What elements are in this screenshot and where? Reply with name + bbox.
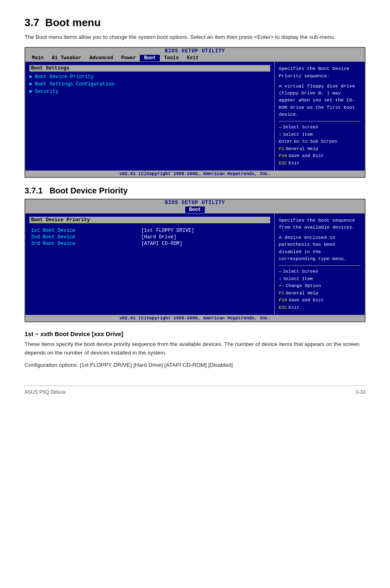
bios-footer-2: v02.61 (C)Copyright 1985-2008, American … [25,315,365,321]
bios-menubar: Main Ai Tweaker Advanced Power Boot Tool… [25,54,365,62]
footer-rule [25,386,365,386]
menu-advanced: Advanced [85,55,117,61]
boot-settings-label: Boot Settings [29,65,270,72]
security-label: Security [35,89,58,94]
right-text2: A virtual floppy disk drive (Floppy Driv… [279,83,361,118]
bios-content-area: Boot Settings ► Boot Device Priority ► B… [25,62,365,170]
device-value-3: [ATAPI CD-ROM] [139,240,270,247]
right-text1-boot: Specifies the boot sequence from the ava… [279,217,361,231]
bios-screen-main: BIOS SETUP UTILITY Main Ai Tweaker Advan… [25,47,365,177]
key-change-option: +- Change Option [279,283,361,290]
table-row: 2nd Boot Device [Hard Drive] [29,234,270,240]
menu-main: Main [28,55,48,61]
bios-content-area-2: Boot Device Priority 1st Boot Device [1s… [25,213,365,315]
device-value-2: [Hard Drive] [139,234,270,240]
boot-settings-config-label: Boot Settings Configuration [35,81,114,87]
bios-right-panel: Specifies the Boot Device Priority seque… [275,62,365,170]
key-f10: F10 Save and Exit [279,153,361,160]
menu-boot: Boot [140,55,160,61]
device-value-1: [1st FLOPPY DRIVE] [139,227,270,234]
key-select-item: ↕ Select Item [279,131,361,139]
footer-left: ASUS P5Q Deluxe [25,389,66,395]
menu-tools: Tools [160,55,183,61]
page-footer: ASUS P5Q Deluxe 3-33 [25,389,365,395]
device-label-1: 1st Boot Device [29,227,139,234]
arrow-icon-2: ► [29,81,32,87]
bios-topbar: BIOS SETUP UTILITY [25,48,365,54]
table-row: 1st Boot Device [1st FLOPPY DRIVE] [29,227,270,234]
menu-aitweaker: Ai Tweaker [48,55,85,61]
bios-left-panel-2: Boot Device Priority 1st Boot Device [1s… [25,213,275,315]
arrow-icon-3: ► [29,89,32,94]
bios-topbar-2: BIOS SETUP UTILITY [25,200,365,206]
key-select-screen-2: ↔ Select Screen [279,268,361,276]
bios-left-panel: Boot Settings ► Boot Device Priority ► B… [25,62,275,170]
boot-device-priority-item: ► Boot Device Priority [29,74,270,80]
boot-settings-config-item: ► Boot Settings Configuration [29,81,270,87]
menu-exit: Exit [183,55,203,61]
menu-boot-active: Boot [185,206,205,213]
bios-menubar-2: Boot [25,206,365,213]
security-item: ► Security [29,89,270,94]
boot-device-table: 1st Boot Device [1st FLOPPY DRIVE] 2nd B… [29,227,270,247]
boot-device-priority-section-label: Boot Device Priority [29,217,270,223]
device-label-2: 2nd Boot Device [29,234,139,240]
key-esc-2: ESC Exit [279,304,361,312]
key-f1: F1 General Help [279,146,361,153]
bios-footer: v02.61 (C)Copyright 1985-2008, American … [25,171,365,177]
subsubsection-body2: Configuration options: [1st FLOPPY DRIVE… [25,361,365,370]
right-text1: Specifies the Boot Device Priority seque… [279,65,361,79]
key-select-screen: ↔ Select Screen [279,124,361,131]
right-text2-boot: A device enclosed in parenthesis has bee… [279,234,361,262]
key-f1-2: F1 General Help [279,290,361,297]
subsubsection-body1: These items specify the boot device prio… [25,340,365,357]
table-row: 3rd Boot Device [ATAPI CD-ROM] [29,240,270,247]
bios-screen-boot: BIOS SETUP UTILITY Boot Boot Device Prio… [25,199,365,322]
footer-right: 3-33 [356,389,365,395]
section-title: 3.7 Boot menu [25,16,365,29]
key-enter: Enter Go to Sub Screen [279,138,361,146]
key-esc: ESC Exit [279,160,361,167]
bios-right-panel-2: Specifies the boot sequence from the ava… [275,213,365,315]
subsection-title: 3.7.1 Boot Device Priority [25,186,365,195]
menu-power: Power [117,55,140,61]
intro-text: The Boot menu items allow you to change … [25,33,365,41]
boot-device-priority-label: Boot Device Priority [35,74,94,80]
key-select-item-2: ↕ Select Item [279,276,361,283]
subsubsection-title: 1st ~ xxth Boot Device [xxx Drive] [25,330,365,337]
arrow-icon: ► [29,74,32,80]
device-label-3: 3rd Boot Device [29,240,139,247]
key-f10-2: F10 Save and Exit [279,297,361,304]
